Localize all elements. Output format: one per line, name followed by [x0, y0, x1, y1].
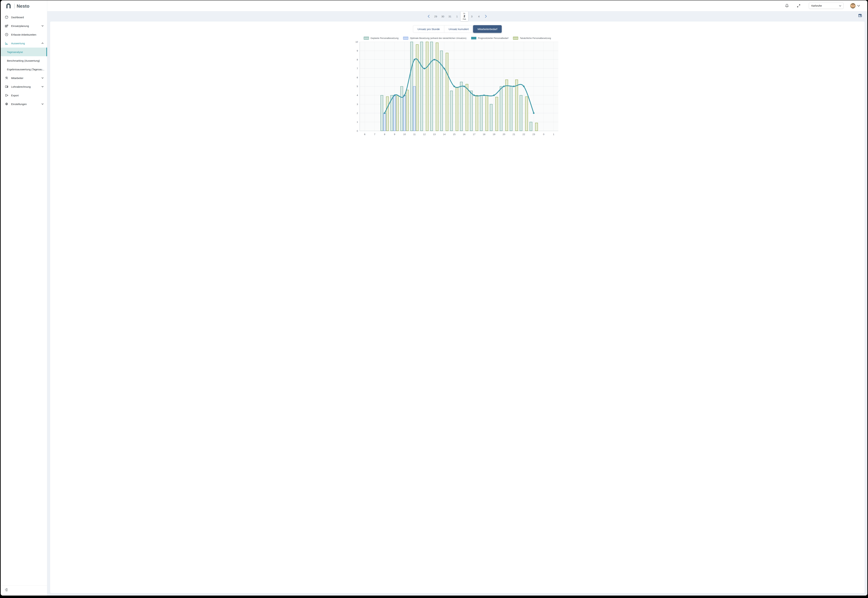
chevron-down-icon: [42, 77, 43, 79]
bar-chart-icon: [5, 42, 8, 45]
chart-card: Umsatz pro Stunde Umsatz kumuliert Mitar…: [50, 21, 272, 154]
main-area: Karlsruhe 29 30 31 1 Fr: [47, 0, 272, 154]
sidebar-item-label: Auswertung: [11, 42, 25, 45]
sidebar-item-lohnabrechnung[interactable]: Lohnabrechnung: [1, 82, 47, 91]
brand-logo[interactable]: Nesto: [1, 0, 47, 10]
logo-name: Nesto: [16, 3, 30, 9]
chevron-down-icon: [42, 25, 43, 27]
sidebar-subitem-ergebnisauswertung[interactable]: Ergebnisauswertung (Tagesau...: [1, 65, 47, 73]
chevron-up-icon: [42, 43, 43, 44]
sidebar-item-mitarbeiter[interactable]: Mitarbeiter: [1, 73, 47, 82]
sidebar-item-label: Dashboard: [11, 16, 24, 19]
people-icon: [5, 76, 8, 80]
sidebar-item-label: Lohnabrechnung: [11, 85, 31, 88]
sidebar-subitem-label: Benchmarking (Auswertung): [7, 59, 40, 62]
sidebar-nav: Dashboard Einsatzplanung Erfasste Arbeit…: [1, 10, 47, 108]
sidebar: Nesto Dashboard Einsatzplanung Erfasste …: [1, 0, 47, 154]
sidebar-item-label: Export: [11, 94, 19, 97]
sidebar-item-export[interactable]: Export: [1, 91, 47, 100]
dashboard-icon: [5, 15, 8, 19]
sidebar-item-dashboard[interactable]: Dashboard: [1, 13, 47, 21]
date-navigation: 29 30 31 1 Fr 2 Feb 3 4: [47, 11, 272, 21]
sidebar-item-erfasste-arbeitszeiten[interactable]: Erfasste Arbeitszeiten: [1, 30, 47, 39]
sidebar-item-auswertung[interactable]: Auswertung: [1, 39, 47, 48]
planning-grid-icon: [5, 24, 8, 28]
sidebar-item-label: Mitarbeiter: [11, 76, 24, 79]
chevron-down-icon: [42, 103, 43, 105]
sidebar-item-einstellungen[interactable]: Einstellungen: [1, 100, 47, 108]
app-window: Nesto Dashboard Einsatzplanung Erfasste …: [1, 0, 272, 154]
nesto-logo-icon: [5, 3, 12, 9]
wallet-icon: [5, 85, 8, 88]
sidebar-subitem-benchmarking[interactable]: Benchmarking (Auswertung): [1, 56, 47, 65]
gear-icon: [5, 102, 8, 106]
sidebar-subitem-label: Tagesanalyse: [7, 51, 23, 54]
logo-divider: [14, 4, 15, 9]
top-bar: Karlsruhe: [47, 0, 272, 11]
sidebar-item-label: Erfasste Arbeitszeiten: [11, 33, 36, 36]
clock-icon: [5, 33, 8, 36]
sidebar-subitem-tagesanalyse[interactable]: Tagesanalyse: [1, 48, 47, 56]
chevron-down-icon: [42, 86, 43, 87]
sidebar-item-einsatzplanung[interactable]: Einsatzplanung: [1, 21, 47, 30]
sidebar-item-label: Einsatzplanung: [11, 24, 29, 27]
export-icon: [5, 94, 8, 97]
sidebar-item-label: Einstellungen: [11, 103, 27, 106]
sidebar-subitem-label: Ergebnisauswertung (Tagesau...: [7, 68, 44, 71]
